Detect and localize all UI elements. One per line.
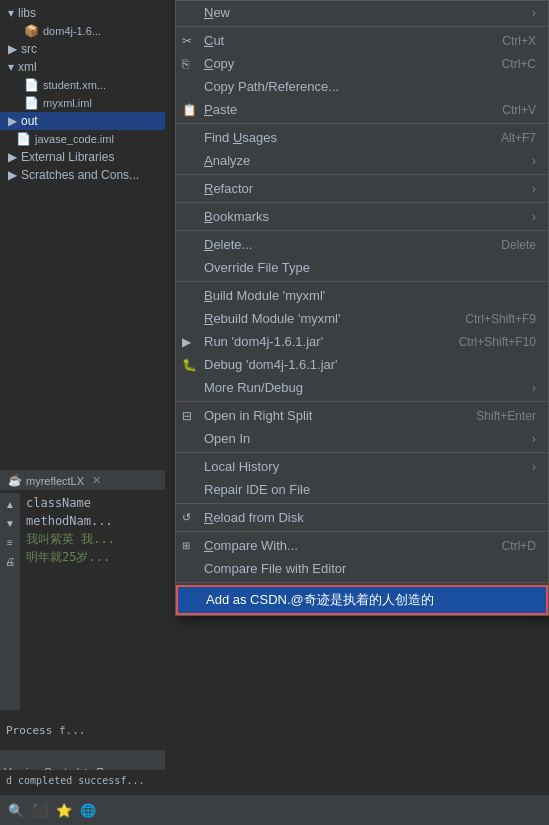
menu-item-refactor[interactable]: Refactor › xyxy=(176,177,548,200)
cut-icon: ✂ xyxy=(182,34,192,48)
folder-icon: ▶ xyxy=(8,114,17,128)
submenu-arrow-new: › xyxy=(532,5,536,20)
separator-10 xyxy=(176,531,548,532)
menu-item-run[interactable]: ▶ Run 'dom4j-1.6.1.jar' Ctrl+Shift+F10 xyxy=(176,330,548,353)
jar-icon: 📦 xyxy=(24,24,39,38)
tree-item-libs[interactable]: ▾ libs xyxy=(0,4,165,22)
separator-8 xyxy=(176,452,548,453)
menu-item-more-run-debug[interactable]: More Run/Debug › xyxy=(176,376,548,399)
editor-area: ☕ myreflectLX ✕ ▲ ▼ ≡ 🖨 className method… xyxy=(0,470,165,710)
menu-item-debug[interactable]: 🐛 Debug 'dom4j-1.6.1.jar' xyxy=(176,353,548,376)
reload-icon: ↺ xyxy=(182,511,191,524)
chrome-icon[interactable]: 🌐 xyxy=(80,803,96,818)
submenu-arrow-local-history: › xyxy=(532,459,536,474)
separator-7 xyxy=(176,401,548,402)
code-line-1: className xyxy=(26,494,159,512)
paste-icon: 📋 xyxy=(182,103,197,117)
submenu-arrow-open-in: › xyxy=(532,431,536,446)
separator-3 xyxy=(176,174,548,175)
separator-5 xyxy=(176,230,548,231)
submenu-arrow-refactor: › xyxy=(532,181,536,196)
search-icon[interactable]: 🔍 xyxy=(8,803,24,818)
iml-icon: 📄 xyxy=(16,132,31,146)
list-icon[interactable]: ≡ xyxy=(7,537,13,548)
menu-item-find-usages[interactable]: Find Usages Alt+F7 xyxy=(176,126,548,149)
menu-item-cut[interactable]: ✂ Cut Ctrl+X xyxy=(176,29,548,52)
menu-item-local-history[interactable]: Local History › xyxy=(176,455,548,478)
menu-item-override-file-type[interactable]: Override File Type xyxy=(176,256,548,279)
tree-item-student[interactable]: 📄 student.xm... xyxy=(0,76,165,94)
run-output: d completed successf... xyxy=(0,770,165,794)
menu-item-reload-disk[interactable]: ↺ Reload from Disk xyxy=(176,506,548,529)
menu-item-new[interactable]: New › xyxy=(176,1,548,24)
process-output: Process f... xyxy=(0,718,165,750)
separator-11 xyxy=(176,582,548,583)
separator-2 xyxy=(176,123,548,124)
separator-4 xyxy=(176,202,548,203)
separator-9 xyxy=(176,503,548,504)
code-line-3: 我叫紫英 我... xyxy=(26,530,159,548)
status-bar: 🔍 ⬛ ⭐ 🌐 xyxy=(0,795,549,825)
debug-icon: 🐛 xyxy=(182,358,197,372)
scratch-icon: ▶ xyxy=(8,168,17,182)
copy-icon: ⎘ xyxy=(182,57,189,71)
xml-icon: 📄 xyxy=(24,78,39,92)
tree-item-src[interactable]: ▶ src xyxy=(0,40,165,58)
folder-icon: ▶ xyxy=(8,42,17,56)
menu-item-analyze[interactable]: Analyze › xyxy=(176,149,548,172)
tree-item-scratches[interactable]: ▶ Scratches and Cons... xyxy=(0,166,165,184)
tree-item-xml[interactable]: ▾ xml xyxy=(0,58,165,76)
menu-item-build-module[interactable]: Build Module 'myxml' xyxy=(176,284,548,307)
compare-icon: ⊞ xyxy=(182,540,190,551)
menu-item-open-right-split[interactable]: ⊟ Open in Right Split Shift+Enter xyxy=(176,404,548,427)
run-icon: ▶ xyxy=(182,335,191,349)
library-icon: ▶ xyxy=(8,150,17,164)
submenu-arrow-analyze: › xyxy=(532,153,536,168)
folder-icon: ▾ xyxy=(8,6,14,20)
star-icon[interactable]: ⭐ xyxy=(56,803,72,818)
code-line-2: methodNam... xyxy=(26,512,159,530)
close-icon[interactable]: ✕ xyxy=(92,474,101,487)
code-line-4: 明年就25岁... xyxy=(26,548,159,566)
tree-item-out[interactable]: ▶ out xyxy=(0,112,165,130)
menu-item-compare-with[interactable]: ⊞ Compare With... Ctrl+D xyxy=(176,534,548,557)
java-icon: ☕ xyxy=(8,474,22,487)
menu-item-rebuild-module[interactable]: Rebuild Module 'myxml' Ctrl+Shift+F9 xyxy=(176,307,548,330)
tree-item-myxml-iml[interactable]: 📄 myxml.iml xyxy=(0,94,165,112)
scroll-down-icon[interactable]: ▼ xyxy=(5,518,15,529)
menu-item-repair-ide[interactable]: Repair IDE on File xyxy=(176,478,548,501)
scroll-up-icon[interactable]: ▲ xyxy=(5,499,15,510)
terminal-icon[interactable]: ⬛ xyxy=(32,803,48,818)
editor-tab[interactable]: ☕ myreflectLX ✕ xyxy=(0,471,165,490)
folder-icon: ▾ xyxy=(8,60,14,74)
menu-item-bookmarks[interactable]: Bookmarks › xyxy=(176,205,548,228)
menu-item-paste[interactable]: 📋 Paste Ctrl+V xyxy=(176,98,548,121)
tree-item-external[interactable]: ▶ External Libraries xyxy=(0,148,165,166)
menu-item-open-in[interactable]: Open In › xyxy=(176,427,548,450)
context-menu: New › ✂ Cut Ctrl+X ⎘ Copy Ctrl+C Copy Pa… xyxy=(175,0,549,616)
menu-item-delete[interactable]: Delete... Delete xyxy=(176,233,548,256)
menu-item-compare-editor[interactable]: Compare File with Editor xyxy=(176,557,548,580)
submenu-arrow-bookmarks: › xyxy=(532,209,536,224)
separator-6 xyxy=(176,281,548,282)
separator-1 xyxy=(176,26,548,27)
editor-content: className methodNam... 我叫紫英 我... 明年就25岁.… xyxy=(0,490,165,570)
tree-item-javase[interactable]: 📄 javase_code.iml xyxy=(0,130,165,148)
menu-item-copy[interactable]: ⎘ Copy Ctrl+C xyxy=(176,52,548,75)
split-icon: ⊟ xyxy=(182,409,192,423)
iml-icon: 📄 xyxy=(24,96,39,110)
menu-item-copy-path[interactable]: Copy Path/Reference... xyxy=(176,75,548,98)
menu-item-add-csdn[interactable]: Add as CSDN.@奇迹是执着的人创造的 xyxy=(176,585,548,615)
submenu-arrow-more-run: › xyxy=(532,380,536,395)
print-icon[interactable]: 🖨 xyxy=(5,556,15,567)
tree-item-dom4j[interactable]: 📦 dom4j-1.6... xyxy=(0,22,165,40)
